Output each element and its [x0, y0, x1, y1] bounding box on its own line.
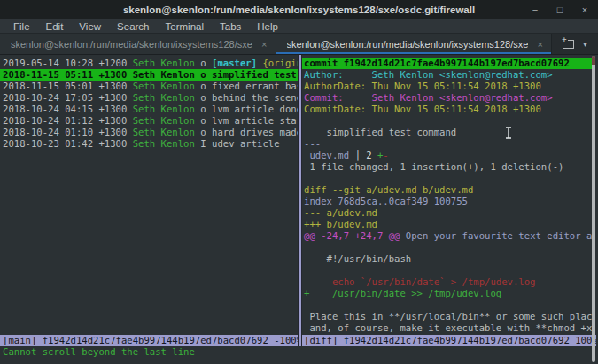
text-segment: Open your favourite text editor an — [400, 230, 595, 241]
commit-row[interactable]: 2018-11-15 05:01 +1300 Seth Kenlon o fix… — [0, 81, 298, 92]
text-segment: simplified test command — [304, 127, 456, 137]
text-segment: Author: Seth Kenlon <skenlon@redhat.com> — [304, 69, 553, 80]
diff-line: simplified test command — [302, 127, 595, 138]
text-segment: 2018-11-15 05:11 +1300 Seth Kenlon o sim… — [3, 69, 297, 80]
scrollbar-thumb[interactable] — [592, 56, 595, 65]
commit-row[interactable]: 2018-10-24 17:05 +1300 Seth Kenlon o beh… — [0, 92, 298, 104]
menu-help[interactable]: Help — [249, 19, 286, 34]
tig-diff-view[interactable]: commit f1942d14d21c7fae4b997144b197ed7ba… — [302, 55, 595, 335]
diff-line: CommitDate: Thu Nov 15 05:11:54 2018 +13… — [302, 104, 595, 115]
new-terminal-icon[interactable] — [563, 40, 574, 49]
text-segment: o — [195, 58, 212, 68]
text-segment: Place this in **/usr/local/bin** or some… — [304, 311, 595, 321]
diff-line — [302, 265, 595, 276]
text-segment: [master] — [212, 58, 257, 68]
text-segment: 2018-11-15 05:01 +1300 — [3, 81, 133, 91]
diff-line: Commit: Seth Kenlon <skenlon@redhat.com> — [302, 92, 595, 104]
diff-line: diff --git a/udev.md b/udev.md — [302, 184, 595, 196]
text-segment: {origin — [262, 58, 298, 68]
text-segment: --- — [304, 138, 321, 149]
text-segment: +++ b/udev.md — [304, 219, 377, 229]
diff-line: index 768d5ca..0caf349 100755 — [302, 196, 595, 207]
text-segment: index 768d5ca..0caf349 100755 — [304, 196, 468, 206]
tabbar: skenlon@skenlon:/run/media/skenlon/ixsys… — [0, 34, 598, 55]
text-segment: 1 file changed, 1 insertion(+), 1 deleti… — [304, 161, 563, 172]
tab-inactive[interactable]: skenlon@skenlon:/run/media/skenlon/ixsys… — [0, 34, 276, 54]
text-segment: #!/usr/bin/bash — [304, 253, 411, 264]
diff-line — [302, 242, 595, 253]
menu-edit[interactable]: Edit — [38, 19, 72, 34]
text-segment: Seth Kenlon — [133, 92, 195, 103]
window-controls: − □ × — [529, 0, 591, 19]
diff-line: --- — [302, 138, 595, 150]
titlebar: skenlon@skenlon:/run/media/skenlon/ixsys… — [0, 0, 598, 19]
maximize-button[interactable]: □ — [554, 0, 566, 19]
menu-view[interactable]: View — [71, 19, 109, 34]
commit-row[interactable]: 2018-10-23 01:42 +1300 Seth Kenlon I ude… — [0, 138, 298, 150]
commit-row[interactable]: 2018-10-24 01:12 +1300 Seth Kenlon o lvm… — [0, 115, 298, 127]
diff-view-statusbar: [diff] f1942d14d21c7fae4b997144b197ed7ba… — [302, 335, 596, 346]
text-segment: - echo `/usr/bin/date` > /tmp/udev.log — [304, 276, 536, 287]
diff-line: AuthorDate: Thu Nov 15 05:11:54 2018 +13… — [302, 81, 595, 92]
text-segment: --- a/udev.md — [304, 207, 377, 218]
scrollbar[interactable] — [592, 56, 595, 362]
text-segment: + /usr/bin/date >> /tmp/udev.log — [304, 288, 501, 298]
tab-label: skenlon@skenlon:/run/media/skenlon/ixsys… — [287, 39, 528, 50]
main-view-statusbar: [main] f1942d14d21c7fae4b997144b197ed7ba… — [0, 335, 298, 346]
text-segment: Seth Kenlon — [133, 58, 195, 68]
text-segment: 2019-05-14 10:28 +1200 — [3, 58, 133, 68]
text-segment: I udev article — [195, 138, 280, 149]
diff-line: and, of course, make it executable with … — [302, 322, 595, 334]
diff-line: udev.md │ 2 +- — [302, 150, 595, 161]
tab-menu-caret-icon[interactable]: ▾ — [583, 40, 587, 49]
commit-row[interactable]: 2019-05-14 10:28 +1200 Seth Kenlon o [ma… — [0, 58, 298, 69]
text-segment: AuthorDate: Thu Nov 15 05:11:54 2018 +13… — [304, 81, 541, 91]
menu-file[interactable]: File — [5, 19, 38, 34]
diff-line: +++ b/udev.md — [302, 219, 595, 230]
text-segment: 2018-10-24 17:05 +1300 — [3, 92, 133, 103]
text-segment: and, of course, make it executable with … — [304, 322, 595, 333]
text-segment: Seth Kenlon — [133, 104, 195, 114]
terminal-area[interactable]: 2019-05-14 10:28 +1200 Seth Kenlon o [ma… — [0, 55, 598, 364]
text-segment: o hard drives made — [195, 127, 298, 137]
text-segment: diff --git a/udev.md b/udev.md — [304, 184, 473, 195]
tab-close-icon[interactable]: × — [259, 39, 269, 50]
text-segment: 2018-10-24 04:15 +1300 — [3, 104, 133, 114]
menu-search[interactable]: Search — [109, 19, 157, 34]
text-segment: o lvm article star — [195, 115, 298, 126]
text-segment: commit f1942d14d21c7fae4b997144b197ed7ba… — [304, 58, 570, 68]
text-segment: Commit: Seth Kenlon <skenlon@redhat.com> — [304, 92, 553, 103]
text-segment: 2018-10-24 01:12 +1300 — [3, 115, 133, 126]
status-message: Cannot scroll beyond the last line — [0, 346, 598, 358]
menu-tabs[interactable]: Tabs — [212, 19, 249, 34]
text-segment: udev.md — [304, 150, 354, 160]
text-segment: Seth Kenlon — [133, 115, 195, 126]
commit-row[interactable]: 2018-10-24 01:10 +1300 Seth Kenlon o har… — [0, 127, 298, 138]
menubar: File Edit View Search Terminal Tabs Help — [0, 19, 598, 34]
text-segment: 2018-10-24 01:10 +1300 — [3, 127, 133, 137]
tab-close-icon[interactable]: × — [535, 39, 546, 50]
text-segment: - — [383, 150, 388, 160]
diff-line: 1 file changed, 1 insertion(+), 1 deleti… — [302, 161, 595, 173]
window-title: skenlon@skenlon:/run/media/skenlon/ixsys… — [123, 4, 475, 15]
minimize-button[interactable]: − — [529, 0, 541, 19]
text-segment: o fixed errant bas — [195, 81, 298, 91]
text-cursor-pointer — [505, 127, 512, 139]
diff-line: Place this in **/usr/local/bin** or some… — [302, 311, 595, 322]
menu-terminal[interactable]: Terminal — [158, 19, 212, 34]
commit-row[interactable]: 2018-10-24 04:15 +1300 Seth Kenlon o lvm… — [0, 104, 298, 115]
tab-active[interactable]: skenlon@skenlon:/run/media/skenlon/ixsys… — [276, 34, 553, 54]
tig-main-view[interactable]: 2019-05-14 10:28 +1200 Seth Kenlon o [ma… — [0, 55, 298, 335]
close-button[interactable]: × — [579, 0, 591, 19]
diff-line: - echo `/usr/bin/date` > /tmp/udev.log — [302, 276, 595, 288]
text-segment: CommitDate: Thu Nov 15 05:11:54 2018 +13… — [304, 104, 541, 114]
text-segment: @@ -24,7 +24,7 @@ — [304, 230, 400, 241]
diff-line — [302, 173, 595, 184]
text-segment: 2018-10-23 01:42 +1300 — [3, 138, 133, 149]
text-segment: Seth Kenlon — [133, 81, 195, 91]
text-segment: o behind the scene — [195, 92, 298, 103]
selected-diff-line: commit f1942d14d21c7fae4b997144b197ed7ba… — [302, 58, 595, 69]
tabbar-actions: ▾ — [552, 34, 598, 54]
diff-line: --- a/udev.md — [302, 207, 595, 219]
selected-commit-row[interactable]: 2018-11-15 05:11 +1300 Seth Kenlon o sim… — [0, 69, 298, 81]
